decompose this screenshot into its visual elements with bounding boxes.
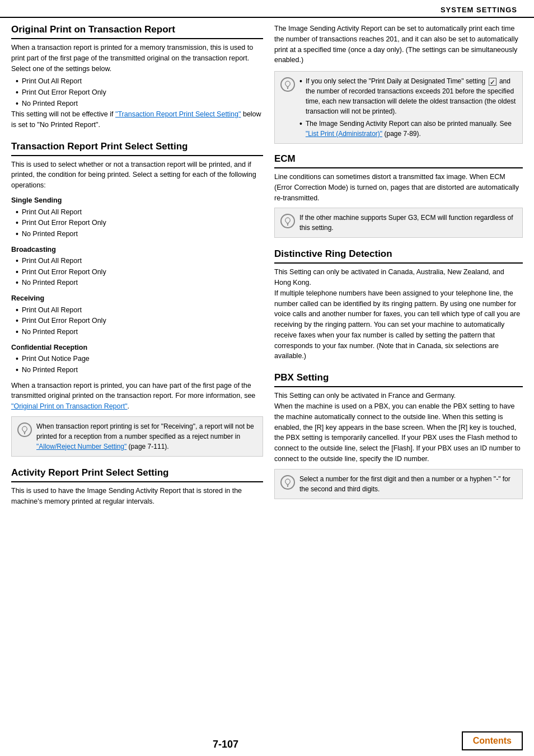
left-column: Original Print on Transaction Report Whe… <box>11 24 263 516</box>
bullet-rc-2: Print Out Error Report Only <box>16 316 263 327</box>
link-list-print[interactable]: "List Print (Administrator)" <box>306 130 382 138</box>
section-pbx: PBX Setting This Setting can only be act… <box>274 372 523 499</box>
section-pbx-body: This Setting can only be activated in Fr… <box>274 391 523 499</box>
bullet-print-error-1: Print Out Error Report Only <box>16 87 263 98</box>
note-bullet-1: If you only select the "Print Daily at D… <box>299 76 517 116</box>
link-transaction-report[interactable]: "Transaction Report Print Select Setting… <box>115 110 241 118</box>
section1-note: This setting will not be effective if "T… <box>11 109 263 130</box>
note-icon-2 <box>280 77 295 92</box>
bullet-rc-1: Print Out All Report <box>16 305 263 316</box>
content-area: Original Print on Transaction Report Whe… <box>0 21 534 550</box>
section-original-print-body: When a transaction report is printed for… <box>11 43 263 130</box>
section1-intro: When a transaction report is printed for… <box>11 43 263 74</box>
section-ecm-body: Line conditions can sometimes distort a … <box>274 172 523 238</box>
note-icon-1 <box>17 422 32 437</box>
note-content-pbx: Select a number for the first digit and … <box>299 474 517 494</box>
section-original-print: Original Print on Transaction Report Whe… <box>11 24 263 130</box>
contents-button[interactable]: Contents <box>462 731 523 750</box>
section-drd-title: Distinctive Ring Detection <box>274 248 523 264</box>
sub-heading-single: Single Sending <box>11 195 263 206</box>
right-intro: The Image Sending Activity Report can be… <box>274 24 523 65</box>
sub-heading-receiving: Receiving <box>11 293 263 304</box>
section-ecm: ECM Line conditions can sometimes distor… <box>274 153 523 238</box>
note-icon-3 <box>280 214 295 228</box>
note-box-receiving: When transaction report printing is set … <box>11 416 263 457</box>
drd-text: This Setting can only be activated in Ca… <box>274 267 523 361</box>
pbx-text: This Setting can only be activated in Fr… <box>274 391 523 464</box>
note-box-pbx: Select a number for the first digit and … <box>274 469 523 499</box>
svg-point-1 <box>287 88 288 89</box>
section-activity-report-title: Activity Report Print Select Setting <box>11 467 263 482</box>
bullet-ss-1: Print Out All Report <box>16 207 263 218</box>
bullet-cf-2: No Printed Report <box>16 365 263 376</box>
ecm-text: Line conditions can sometimes distort a … <box>274 172 523 203</box>
note-content-activity: If you only select the "Print Daily at D… <box>299 76 517 139</box>
right-column: The Image Sending Activity Report can be… <box>274 24 523 516</box>
bullet-ss-3: No Printed Report <box>16 229 263 240</box>
header-title: SYSTEM SETTINGS <box>441 6 517 14</box>
note-content-receiving: When transaction report printing is set … <box>36 421 257 452</box>
section-transaction-report-body: This is used to select whether or not a … <box>11 159 263 457</box>
section-drd: Distinctive Ring Detection This Setting … <box>274 248 523 361</box>
bullet-rc-3: No Printed Report <box>16 327 263 338</box>
section-transaction-report: Transaction Report Print Select Setting … <box>11 140 263 457</box>
page-header: SYSTEM SETTINGS <box>0 0 534 18</box>
section-activity-report: Activity Report Print Select Setting Thi… <box>11 467 263 507</box>
sub-heading-confidential: Confidential Reception <box>11 342 263 353</box>
section-ecm-title: ECM <box>274 153 523 168</box>
note-box-activity: If you only select the "Print Daily at D… <box>274 71 523 144</box>
note-content-ecm: If the other machine supports Super G3, … <box>299 213 517 233</box>
bullet-bc-3: No Printed Report <box>16 278 263 289</box>
section-pbx-title: PBX Setting <box>274 372 523 387</box>
link-allow-reject[interactable]: "Allow/Reject Number Setting" <box>36 443 127 450</box>
svg-point-2 <box>287 224 288 226</box>
bullet-ss-2: Print Out Error Report Only <box>16 218 263 229</box>
note-icon-4 <box>280 475 295 490</box>
page-container: SYSTEM SETTINGS Original Print on Transa… <box>0 0 534 756</box>
bullet-cf-1: Print Out Notice Page <box>16 354 263 365</box>
svg-point-3 <box>287 486 288 487</box>
bullet-bc-1: Print Out All Report <box>16 256 263 267</box>
section-transaction-report-title: Transaction Report Print Select Setting <box>11 140 263 156</box>
checkbox-print-daily <box>489 78 496 86</box>
section-drd-body: This Setting can only be activated in Ca… <box>274 267 523 361</box>
note-box-ecm: If the other machine supports Super G3, … <box>274 208 523 238</box>
bullet-print-all-1: Print Out All Report <box>16 76 263 87</box>
right-intro-text: The Image Sending Activity Report can be… <box>274 24 523 65</box>
section-original-print-title: Original Print on Transaction Report <box>11 24 263 39</box>
bullet-no-print-1: No Printed Report <box>16 98 263 110</box>
section2-body-after: When a transaction report is printed, yo… <box>11 381 263 412</box>
sub-heading-broadcasting: Broadcasting <box>11 245 263 255</box>
section3-intro: This is used to have the Image Sending A… <box>11 486 263 507</box>
bullet-bc-2: Print Out Error Report Only <box>16 267 263 278</box>
page-number: 7-107 <box>213 739 238 750</box>
section-activity-report-body: This is used to have the Image Sending A… <box>11 486 263 507</box>
page-footer: 7-107 Contents <box>0 727 534 756</box>
section2-intro: This is used to select whether or not a … <box>11 159 263 191</box>
svg-point-0 <box>24 433 25 434</box>
link-original-print[interactable]: "Original Print on Transaction Report" <box>11 402 128 410</box>
note-bullet-2: The Image Sending Activity Report can al… <box>299 119 517 139</box>
